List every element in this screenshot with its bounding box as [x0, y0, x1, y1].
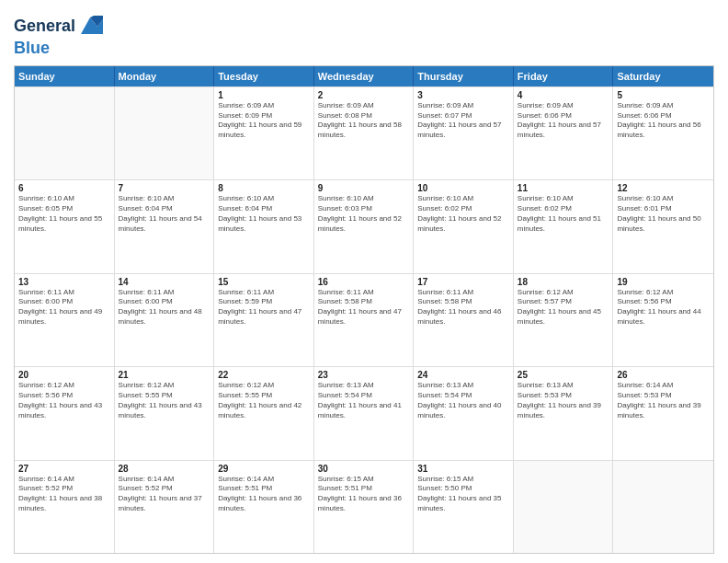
week-row-2: 6Sunrise: 6:10 AM Sunset: 6:05 PM Daylig…: [15, 179, 713, 272]
calendar-header: SundayMondayTuesdayWednesdayThursdayFrid…: [15, 66, 713, 86]
day-cell-24: 24Sunrise: 6:13 AM Sunset: 5:54 PM Dayli…: [414, 367, 514, 459]
day-info: Sunrise: 6:11 AM Sunset: 6:00 PM Dayligh…: [119, 288, 210, 327]
header: General Blue: [14, 9, 714, 58]
day-number: 8: [218, 183, 310, 193]
day-info: Sunrise: 6:14 AM Sunset: 5:52 PM Dayligh…: [119, 475, 210, 514]
day-cell-20: 20Sunrise: 6:12 AM Sunset: 5:56 PM Dayli…: [15, 367, 115, 459]
day-info: Sunrise: 6:15 AM Sunset: 5:50 PM Dayligh…: [417, 475, 509, 514]
day-number: 26: [617, 370, 710, 380]
day-cell-19: 19Sunrise: 6:12 AM Sunset: 5:56 PM Dayli…: [613, 274, 713, 366]
day-info: Sunrise: 6:12 AM Sunset: 5:55 PM Dayligh…: [119, 381, 210, 420]
day-number: 30: [318, 464, 410, 474]
calendar-body: 1Sunrise: 6:09 AM Sunset: 6:09 PM Daylig…: [15, 86, 713, 553]
day-number: 12: [617, 183, 710, 193]
day-number: 28: [119, 464, 210, 474]
day-cell-28: 28Sunrise: 6:14 AM Sunset: 5:52 PM Dayli…: [115, 461, 215, 553]
empty-cell: [15, 87, 115, 179]
logo-blue: Blue: [14, 39, 50, 57]
day-cell-6: 6Sunrise: 6:10 AM Sunset: 6:05 PM Daylig…: [15, 180, 115, 272]
day-number: 20: [18, 370, 110, 380]
day-info: Sunrise: 6:10 AM Sunset: 6:05 PM Dayligh…: [18, 194, 110, 234]
day-cell-30: 30Sunrise: 6:15 AM Sunset: 5:51 PM Dayli…: [314, 461, 415, 553]
day-number: 25: [518, 370, 609, 380]
day-number: 29: [218, 464, 310, 474]
page: General Blue SundayMondayTuesdayWednesda…: [0, 0, 728, 563]
day-number: 31: [417, 464, 509, 474]
day-number: 3: [417, 90, 509, 100]
header-day-thursday: Thursday: [414, 66, 514, 86]
day-number: 2: [318, 90, 410, 100]
day-number: 22: [218, 370, 310, 380]
day-cell-1: 1Sunrise: 6:09 AM Sunset: 6:09 PM Daylig…: [214, 87, 314, 179]
day-info: Sunrise: 6:09 AM Sunset: 6:07 PM Dayligh…: [417, 101, 509, 141]
day-info: Sunrise: 6:10 AM Sunset: 6:04 PM Dayligh…: [119, 194, 210, 234]
day-number: 18: [518, 277, 609, 287]
week-row-3: 13Sunrise: 6:11 AM Sunset: 6:00 PM Dayli…: [15, 273, 713, 366]
day-cell-21: 21Sunrise: 6:12 AM Sunset: 5:55 PM Dayli…: [115, 367, 215, 459]
day-info: Sunrise: 6:09 AM Sunset: 6:06 PM Dayligh…: [518, 101, 609, 141]
day-number: 23: [318, 370, 410, 380]
logo: General Blue: [14, 14, 103, 58]
day-number: 6: [18, 183, 110, 193]
day-info: Sunrise: 6:14 AM Sunset: 5:51 PM Dayligh…: [218, 475, 310, 514]
day-cell-18: 18Sunrise: 6:12 AM Sunset: 5:57 PM Dayli…: [514, 274, 614, 366]
header-day-friday: Friday: [514, 66, 614, 86]
day-cell-17: 17Sunrise: 6:11 AM Sunset: 5:58 PM Dayli…: [414, 274, 514, 366]
day-cell-8: 8Sunrise: 6:10 AM Sunset: 6:04 PM Daylig…: [214, 180, 314, 272]
day-info: Sunrise: 6:09 AM Sunset: 6:08 PM Dayligh…: [318, 101, 410, 141]
calendar: SundayMondayTuesdayWednesdayThursdayFrid…: [14, 65, 714, 554]
header-day-wednesday: Wednesday: [314, 66, 415, 86]
day-info: Sunrise: 6:12 AM Sunset: 5:55 PM Dayligh…: [218, 381, 310, 420]
day-cell-15: 15Sunrise: 6:11 AM Sunset: 5:59 PM Dayli…: [214, 274, 314, 366]
day-info: Sunrise: 6:09 AM Sunset: 6:06 PM Dayligh…: [617, 101, 710, 141]
day-cell-3: 3Sunrise: 6:09 AM Sunset: 6:07 PM Daylig…: [414, 87, 514, 179]
day-cell-9: 9Sunrise: 6:10 AM Sunset: 6:03 PM Daylig…: [314, 180, 415, 272]
header-day-sunday: Sunday: [15, 66, 115, 86]
day-number: 15: [218, 277, 310, 287]
day-cell-13: 13Sunrise: 6:11 AM Sunset: 6:00 PM Dayli…: [15, 274, 115, 366]
day-cell-26: 26Sunrise: 6:14 AM Sunset: 5:53 PM Dayli…: [613, 367, 713, 459]
day-info: Sunrise: 6:13 AM Sunset: 5:54 PM Dayligh…: [318, 381, 410, 420]
week-row-4: 20Sunrise: 6:12 AM Sunset: 5:56 PM Dayli…: [15, 366, 713, 459]
day-info: Sunrise: 6:11 AM Sunset: 6:00 PM Dayligh…: [18, 288, 110, 327]
day-cell-7: 7Sunrise: 6:10 AM Sunset: 6:04 PM Daylig…: [115, 180, 215, 272]
day-info: Sunrise: 6:14 AM Sunset: 5:53 PM Dayligh…: [617, 381, 710, 420]
empty-cell: [613, 461, 713, 553]
day-info: Sunrise: 6:15 AM Sunset: 5:51 PM Dayligh…: [318, 475, 410, 514]
day-cell-12: 12Sunrise: 6:10 AM Sunset: 6:01 PM Dayli…: [613, 180, 713, 272]
day-info: Sunrise: 6:13 AM Sunset: 5:54 PM Dayligh…: [417, 381, 509, 420]
day-number: 9: [318, 183, 410, 193]
day-info: Sunrise: 6:10 AM Sunset: 6:02 PM Dayligh…: [518, 194, 609, 234]
day-cell-16: 16Sunrise: 6:11 AM Sunset: 5:58 PM Dayli…: [314, 274, 415, 366]
day-cell-27: 27Sunrise: 6:14 AM Sunset: 5:52 PM Dayli…: [15, 461, 115, 553]
day-number: 17: [417, 277, 509, 287]
day-number: 21: [119, 370, 210, 380]
empty-cell: [115, 87, 215, 179]
day-number: 7: [119, 183, 210, 193]
day-cell-5: 5Sunrise: 6:09 AM Sunset: 6:06 PM Daylig…: [613, 87, 713, 179]
day-info: Sunrise: 6:13 AM Sunset: 5:53 PM Dayligh…: [518, 381, 609, 420]
day-info: Sunrise: 6:11 AM Sunset: 5:58 PM Dayligh…: [417, 288, 509, 327]
day-cell-23: 23Sunrise: 6:13 AM Sunset: 5:54 PM Dayli…: [314, 367, 415, 459]
day-cell-29: 29Sunrise: 6:14 AM Sunset: 5:51 PM Dayli…: [214, 461, 314, 553]
empty-cell: [514, 461, 614, 553]
day-cell-2: 2Sunrise: 6:09 AM Sunset: 6:08 PM Daylig…: [314, 87, 415, 179]
day-number: 19: [617, 277, 710, 287]
header-day-saturday: Saturday: [613, 66, 713, 86]
day-number: 24: [417, 370, 509, 380]
week-row-1: 1Sunrise: 6:09 AM Sunset: 6:09 PM Daylig…: [15, 86, 713, 179]
day-cell-31: 31Sunrise: 6:15 AM Sunset: 5:50 PM Dayli…: [414, 461, 514, 553]
day-number: 5: [617, 90, 710, 100]
day-cell-11: 11Sunrise: 6:10 AM Sunset: 6:02 PM Dayli…: [514, 180, 614, 272]
day-info: Sunrise: 6:11 AM Sunset: 5:59 PM Dayligh…: [218, 288, 310, 327]
day-number: 16: [318, 277, 410, 287]
day-info: Sunrise: 6:11 AM Sunset: 5:58 PM Dayligh…: [318, 288, 410, 327]
day-info: Sunrise: 6:12 AM Sunset: 5:56 PM Dayligh…: [617, 288, 710, 327]
day-info: Sunrise: 6:10 AM Sunset: 6:02 PM Dayligh…: [417, 194, 509, 234]
logo-general: General: [14, 17, 75, 36]
header-day-monday: Monday: [115, 66, 215, 86]
day-cell-25: 25Sunrise: 6:13 AM Sunset: 5:53 PM Dayli…: [514, 367, 614, 459]
day-number: 27: [18, 464, 110, 474]
day-number: 11: [518, 183, 609, 193]
day-number: 1: [218, 90, 310, 100]
